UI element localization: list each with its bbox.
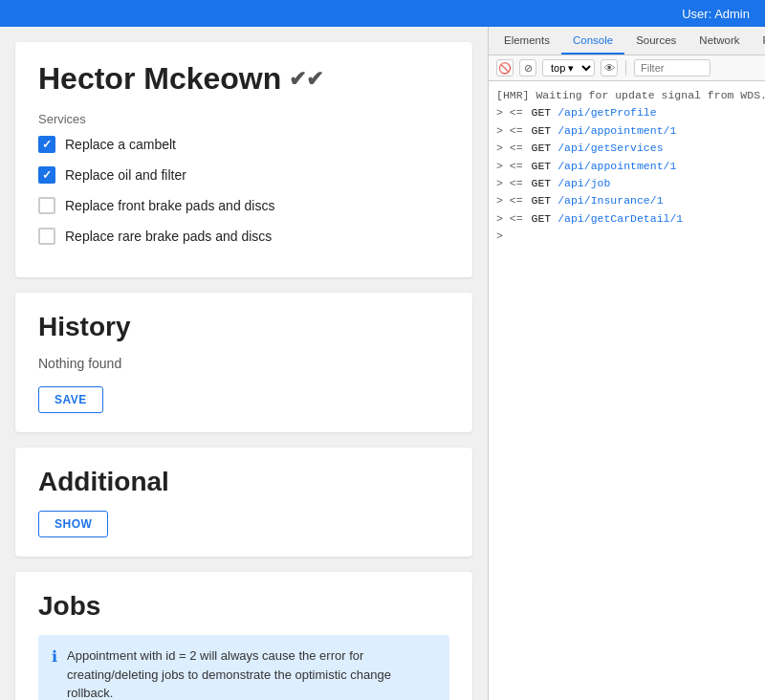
method-5: GET: [532, 177, 558, 189]
user-label: User: Admin: [682, 7, 750, 21]
left-panel: Hector Mckeown ✔✔ Services Replace a cam…: [0, 27, 488, 700]
stop-icon[interactable]: ⊘: [519, 59, 536, 77]
history-empty-text: Nothing found: [38, 356, 449, 371]
tab-console[interactable]: Console: [561, 27, 624, 55]
method-4: GET: [532, 160, 558, 172]
arrow-5: > <=: [496, 177, 530, 189]
hmr-text: [HMR] Waiting for update signal from WDS…: [496, 89, 765, 101]
tab-sources-label: Sources: [636, 34, 676, 46]
main-layout: Hector Mckeown ✔✔ Services Replace a cam…: [0, 27, 765, 700]
console-line-5: > <= GET /api/job: [496, 175, 757, 192]
method-6: GET: [532, 194, 558, 207]
tab-network[interactable]: Network: [688, 27, 751, 55]
console-line-1: > <= GET /api/getProfile: [496, 104, 757, 121]
checkbox-label-1: Replace a cambelt: [65, 137, 176, 152]
top-bar: User: Admin: [0, 0, 765, 27]
tab-performance[interactable]: Perfor: [752, 27, 765, 55]
arrow-3: > <=: [496, 142, 530, 154]
arrow-2: > <=: [496, 124, 530, 137]
checkbox-label-2: Replace oil and filter: [65, 167, 186, 183]
info-icon: ℹ: [52, 647, 57, 666]
url-1: /api/getProfile: [557, 106, 657, 119]
checkbox-1[interactable]: [38, 136, 55, 153]
double-check-icon: ✔✔: [289, 67, 323, 92]
toolbar-separator: [625, 60, 626, 76]
checkbox-item-4[interactable]: Replace rare brake pads and discs: [38, 228, 449, 245]
additional-card: Additional SHOW: [15, 448, 472, 557]
save-button[interactable]: SAVE: [38, 386, 103, 413]
console-line-3: > <= GET /api/getServices: [496, 140, 757, 157]
arrow-6: > <=: [496, 194, 530, 207]
jobs-title: Jobs: [38, 591, 449, 622]
console-filter-input[interactable]: [634, 59, 710, 77]
checkbox-item-1[interactable]: Replace a cambelt: [38, 136, 449, 153]
checkbox-item-2[interactable]: Replace oil and filter: [38, 166, 449, 184]
arrow-1: > <=: [496, 106, 530, 119]
show-button[interactable]: SHOW: [38, 511, 108, 537]
method-3: GET: [532, 142, 558, 154]
tab-console-label: Console: [573, 34, 613, 46]
jobs-info-text: Appointment with id = 2 will always caus…: [67, 646, 436, 700]
console-line-2: > <= GET /api/appointment/1: [496, 122, 757, 140]
services-card-title: Hector Mckeown ✔✔: [38, 61, 449, 97]
url-5: /api/job: [557, 177, 610, 189]
jobs-card: Jobs ℹ Appointment with id = 2 will alwa…: [15, 572, 472, 700]
tab-elements[interactable]: Elements: [492, 27, 561, 55]
console-prompt: >: [496, 230, 503, 242]
checkbox-label-3: Replace front brake pads and discs: [65, 198, 274, 213]
url-6: /api/Insurance/1: [557, 194, 663, 207]
jobs-info-box: ℹ Appointment with id = 2 will always ca…: [38, 635, 449, 700]
tab-elements-label: Elements: [504, 34, 550, 46]
arrow-7: > <=: [496, 212, 530, 225]
services-section-label: Services: [38, 112, 449, 126]
method-2: GET: [532, 124, 558, 137]
tab-network-label: Network: [699, 34, 739, 46]
console-line-6: > <= GET /api/Insurance/1: [496, 192, 757, 209]
checkbox-3[interactable]: [38, 197, 55, 214]
console-line-hmr: [HMR] Waiting for update signal from WDS…: [496, 87, 757, 104]
url-3: /api/getServices: [557, 142, 663, 154]
context-select[interactable]: top ▾: [542, 59, 595, 77]
checkbox-item-3[interactable]: Replace front brake pads and discs: [38, 197, 449, 214]
eye-icon[interactable]: 👁: [601, 59, 618, 77]
history-card: History Nothing found SAVE: [15, 293, 472, 432]
url-7: /api/getCarDetail/1: [557, 212, 683, 225]
url-4: /api/appointment/1: [557, 160, 676, 172]
console-prompt-line: >: [496, 228, 757, 245]
console-line-7: > <= GET /api/getCarDetail/1: [496, 210, 757, 228]
arrow-4: > <=: [496, 160, 530, 172]
additional-title: Additional: [38, 467, 449, 497]
devtools-tabs: Elements Console Sources Network Perfor: [489, 27, 765, 55]
url-2: /api/appointment/1: [557, 124, 676, 137]
console-output: [HMR] Waiting for update signal from WDS…: [489, 81, 765, 700]
devtools-toolbar: 🚫 ⊘ top ▾ 👁: [489, 55, 765, 81]
patient-name: Hector Mckeown: [38, 61, 281, 97]
console-line-4: > <= GET /api/appointment/1: [496, 158, 757, 175]
services-card: Hector Mckeown ✔✔ Services Replace a cam…: [15, 42, 472, 277]
checkbox-2[interactable]: [38, 166, 55, 184]
method-7: GET: [532, 212, 558, 225]
checkbox-label-4: Replace rare brake pads and discs: [65, 229, 272, 244]
devtools-panel: Elements Console Sources Network Perfor …: [488, 27, 765, 700]
history-title: History: [38, 312, 449, 342]
clear-console-icon[interactable]: 🚫: [496, 59, 514, 77]
method-1: GET: [532, 106, 558, 119]
tab-sources[interactable]: Sources: [624, 27, 688, 55]
checkbox-4[interactable]: [38, 228, 55, 245]
